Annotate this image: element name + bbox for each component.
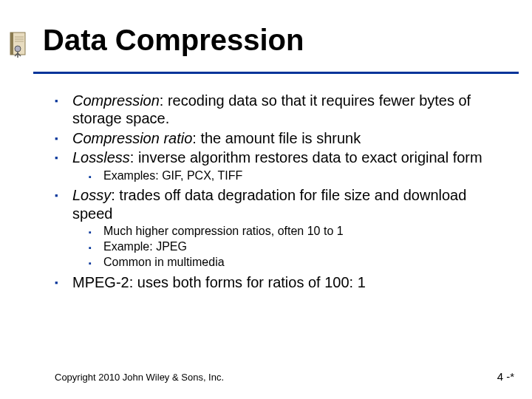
- bullet-mark-icon: ▪: [55, 149, 72, 166]
- sub-text: Example: JPEG: [103, 239, 187, 255]
- term: Compression ratio: [72, 130, 192, 146]
- term: Compression: [72, 92, 160, 109]
- definition: : the amount file is shrunk: [192, 130, 361, 146]
- sub-text: Much higher compression ratios, often 10…: [103, 224, 344, 239]
- bullet-mark-icon: ▪: [55, 129, 72, 147]
- definition: : inverse algorithm restores data to exa…: [130, 149, 482, 166]
- sub-bullet-mark-icon: ▪: [89, 255, 103, 270]
- definition: : trades off data degradation for file s…: [72, 187, 466, 221]
- term: Lossless: [72, 149, 130, 166]
- sub-text: Common in multimedia: [103, 255, 225, 270]
- bullet-lossless: ▪ Lossless: inverse algorithm restores d…: [55, 149, 510, 166]
- bullet-compression-ratio: ▪ Compression ratio: the amount file is …: [55, 129, 510, 147]
- book-icon: [7, 31, 30, 61]
- bullet-mark-icon: ▪: [55, 186, 72, 222]
- term: Lossy: [72, 187, 111, 203]
- sub-bullet-mark-icon: ▪: [89, 239, 103, 255]
- bullet-mpeg2: ▪ MPEG-2: uses both forms for ratios of …: [55, 273, 510, 291]
- sub-bullet: ▪ Common in multimedia: [89, 255, 510, 270]
- footer-page-number: 4 -*: [497, 370, 514, 383]
- slide-title: Data Compression: [43, 24, 304, 57]
- bullet-compression: ▪ Compression: recoding data so that it …: [55, 92, 510, 128]
- slide-content: ▪ Compression: recoding data so that it …: [55, 92, 510, 293]
- sub-bullet: ▪ Examples: GIF, PCX, TIFF: [89, 168, 510, 184]
- footer-copyright: Copyright 2010 John Wiley & Sons, Inc.: [55, 372, 224, 383]
- sub-bullet: ▪ Example: JPEG: [89, 239, 510, 255]
- sub-text: Examples: GIF, PCX, TIFF: [103, 168, 242, 184]
- svg-point-5: [15, 46, 21, 52]
- sub-bullet: ▪ Much higher compression ratios, often …: [89, 224, 510, 239]
- bullet-text: MPEG-2: uses both forms for ratios of 10…: [72, 273, 510, 291]
- svg-rect-1: [10, 33, 13, 55]
- title-rule: [33, 72, 519, 74]
- bullet-mark-icon: ▪: [55, 92, 72, 128]
- bullet-lossy: ▪ Lossy: trades off data degradation for…: [55, 186, 510, 222]
- sub-bullet-mark-icon: ▪: [89, 168, 103, 184]
- bullet-mark-icon: ▪: [55, 273, 72, 291]
- sub-bullet-mark-icon: ▪: [89, 224, 103, 239]
